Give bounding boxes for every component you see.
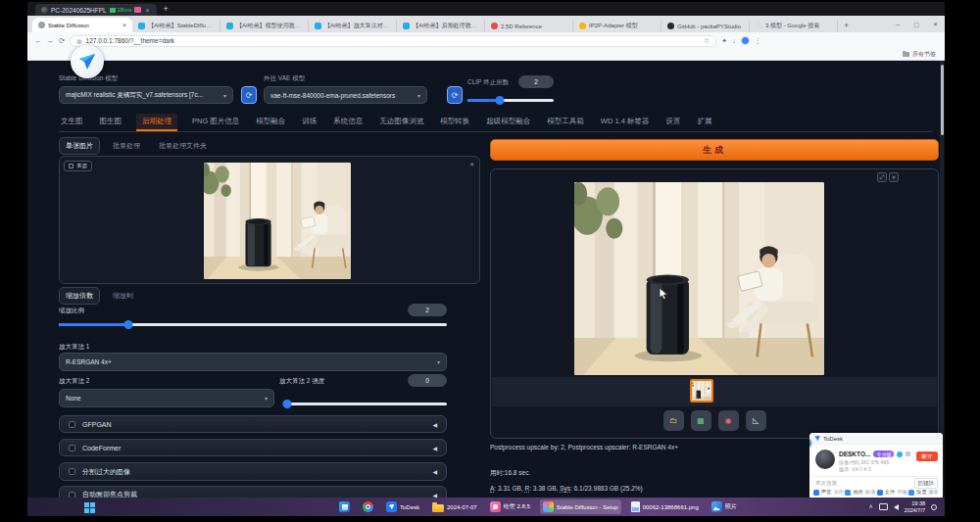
disconnect-button[interactable]: 断开 xyxy=(916,451,938,461)
file-transfer-action[interactable]: 文件传输 xyxy=(877,489,907,496)
reload-icon[interactable]: ⟳ xyxy=(59,36,65,45)
menu-kebab-icon[interactable]: ⋮ xyxy=(755,37,761,45)
tab-system-info[interactable]: 系统信息 xyxy=(331,114,365,131)
save-image-button[interactable]: ▦ xyxy=(691,410,711,431)
tab-extras[interactable]: 后期处理 xyxy=(136,114,177,131)
new-tab-button[interactable]: + xyxy=(844,21,849,30)
tab-train[interactable]: 训练 xyxy=(300,114,318,131)
browser-tab-active[interactable]: Stable Diffusion × xyxy=(32,18,132,32)
clip-skip-slider[interactable] xyxy=(467,99,554,102)
bookmark-star-icon[interactable]: ☆ xyxy=(704,37,710,45)
accordion-gfpgan[interactable]: GFPGAN ◀ xyxy=(59,415,447,433)
send-to-extras-button[interactable]: ◺ xyxy=(746,410,766,431)
expand-icon[interactable]: ⤢ xyxy=(877,172,887,182)
start-button[interactable] xyxy=(84,502,89,507)
browser-tab[interactable]: 【AI绘画】放大算法对比 - 哔哩哔哩 xyxy=(309,20,397,32)
tab-close-icon[interactable]: × xyxy=(122,22,126,28)
send-to-img2img-button[interactable]: ◉ xyxy=(718,410,739,431)
subtab-batch-process[interactable]: 批量处理 xyxy=(107,138,146,154)
browser-tab[interactable]: 【AI绘画】后期处理教程 - 哔哩哔哩 xyxy=(397,20,485,32)
accordion-split-oversized[interactable]: 分割过大的图像 ◀ xyxy=(59,462,447,481)
tab-img2img[interactable]: 图生图 xyxy=(98,114,124,131)
open-folder-button[interactable]: 🗀 xyxy=(663,410,684,431)
subtab-scale-by[interactable]: 缩放倍数 xyxy=(59,287,100,305)
taskbar-photos[interactable]: 照片 xyxy=(709,499,740,514)
site-info-icon[interactable]: ◍ xyxy=(76,37,81,44)
anti-harass-button[interactable]: 防骚扰 xyxy=(914,478,939,489)
gfpgan-checkbox[interactable] xyxy=(69,421,75,428)
taskbar-sd-window[interactable]: Stable Diffusion - Setup xyxy=(540,499,621,514)
slider-knob[interactable] xyxy=(283,400,292,408)
tab-infinite-image-browser[interactable]: 无边图像浏览 xyxy=(377,114,425,131)
all-bookmarks-label[interactable]: 所有书签 xyxy=(912,50,936,59)
resize-value[interactable]: 2 xyxy=(408,304,447,316)
subtab-single-image[interactable]: 单张图片 xyxy=(59,137,100,155)
settings-action[interactable]: 设置服务 xyxy=(908,489,939,496)
browser-tab[interactable]: IP2P-Adapter 模型 xyxy=(573,20,662,32)
taskbar-huishi[interactable]: 绘世 2.8.5 xyxy=(487,499,533,514)
profile-avatar[interactable] xyxy=(741,36,750,45)
source-image-panel[interactable]: 来源 × xyxy=(59,156,480,284)
generate-button[interactable]: 生成 xyxy=(490,139,939,161)
source-image[interactable] xyxy=(204,163,351,279)
resize-slider[interactable] xyxy=(59,323,447,326)
volume-tray-icon[interactable] xyxy=(894,504,899,510)
upscaler1-dropdown[interactable]: R-ESRGAN 4x+▾ xyxy=(59,353,447,371)
scrollbar-thumb[interactable] xyxy=(941,65,944,135)
phone-icon[interactable] xyxy=(897,451,903,457)
subtab-scale-to[interactable]: 缩放到 xyxy=(107,288,139,304)
tab-settings[interactable]: 设置 xyxy=(663,114,682,131)
screens-icon[interactable] xyxy=(134,7,141,13)
clip-skip-value[interactable]: 2 xyxy=(518,75,554,88)
taskbar-clock[interactable]: 19:38 2024/7/7 xyxy=(905,500,925,514)
slider-knob[interactable] xyxy=(124,320,133,329)
notification-icon[interactable] xyxy=(931,504,937,510)
todesk-popup-titlebar[interactable]: ToDesk xyxy=(809,433,943,445)
clear-image-icon[interactable]: × xyxy=(469,160,474,168)
new-session-button[interactable]: + xyxy=(164,4,169,14)
taskbar-png-file[interactable]: 00062-13868661.png xyxy=(628,499,702,514)
forward-icon[interactable]: → xyxy=(47,36,55,45)
vae-refresh-button[interactable]: ⟳ xyxy=(447,86,463,104)
close-button[interactable]: ✕ xyxy=(926,16,945,32)
taskbar-widgets[interactable] xyxy=(336,499,353,514)
accordion-auto-face-crop[interactable]: 自动面部焦点剪裁 ◀ xyxy=(59,486,447,498)
browser-tab[interactable]: 3.模型 - Google 搜索 xyxy=(750,20,838,32)
accordion-codeformer[interactable]: CodeFormer ◀ xyxy=(59,439,447,456)
tab-super-merger[interactable]: 超级模型融合 xyxy=(484,114,532,131)
mic-icon[interactable] xyxy=(906,451,910,456)
taskbar-chrome[interactable] xyxy=(360,499,376,514)
quality-action[interactable]: 画质标清 xyxy=(845,489,875,496)
tab-wd14-tagger[interactable]: WD 1.4 标签器 xyxy=(599,114,652,131)
tray-chevron-icon[interactable]: ˄ xyxy=(869,503,873,510)
tab-txt2img[interactable]: 文生图 xyxy=(59,114,85,131)
taskbar-folder[interactable]: 2024-07-07 xyxy=(429,500,480,514)
tab-png-info[interactable]: PNG 图片信息 xyxy=(190,114,241,131)
codeformer-checkbox[interactable] xyxy=(69,445,75,451)
browser-tab[interactable]: 【AI绘画】模型使用教程 - 哔哩哔哩 xyxy=(220,20,309,32)
upscaler2-strength-slider[interactable] xyxy=(284,403,447,405)
browser-tab[interactable]: GitHub - packaPYStudio xyxy=(662,20,750,32)
taskbar-todesk[interactable]: ToDesk xyxy=(383,499,422,514)
close-icon[interactable]: × xyxy=(889,172,899,182)
gallery-thumbnail-selected[interactable] xyxy=(690,379,713,403)
upscaler2-strength-value[interactable]: 0 xyxy=(408,374,447,387)
vae-dropdown[interactable]: vae-ft-mse-840000-ema-pruned.safetensors… xyxy=(264,86,427,104)
display-tray-icon[interactable] xyxy=(879,503,888,510)
browser-tab[interactable]: 2.5D Reference xyxy=(485,20,573,32)
split-checkbox[interactable] xyxy=(69,468,75,475)
tab-checkpoint-merger[interactable]: 模型融合 xyxy=(254,114,287,131)
browser-tab[interactable]: 【AI绘画】StableDiffusion教程 - 哔哩哔哩 xyxy=(132,20,220,32)
subtab-batch-folder[interactable]: 批量处理文件夹 xyxy=(153,138,213,154)
maximize-button[interactable]: ▢ xyxy=(906,16,926,32)
page-scrollbar[interactable] xyxy=(940,61,944,498)
minimize-button[interactable]: ─ xyxy=(889,16,906,32)
extension-icon[interactable]: ✦ xyxy=(721,37,727,45)
address-bar[interactable]: ◍ 127.0.0.1:7860/?__theme=dark ☆ xyxy=(70,35,716,47)
download-icon[interactable]: ↓ xyxy=(732,37,736,44)
tab-extensions[interactable]: 扩展 xyxy=(695,114,713,131)
remote-session-tab[interactable]: PC-20240625HFPL 28ms × xyxy=(35,4,157,16)
output-image[interactable] xyxy=(574,182,824,375)
tab-model-toolkit[interactable]: 模型工具箱 xyxy=(545,114,586,131)
slider-knob[interactable] xyxy=(496,96,505,105)
